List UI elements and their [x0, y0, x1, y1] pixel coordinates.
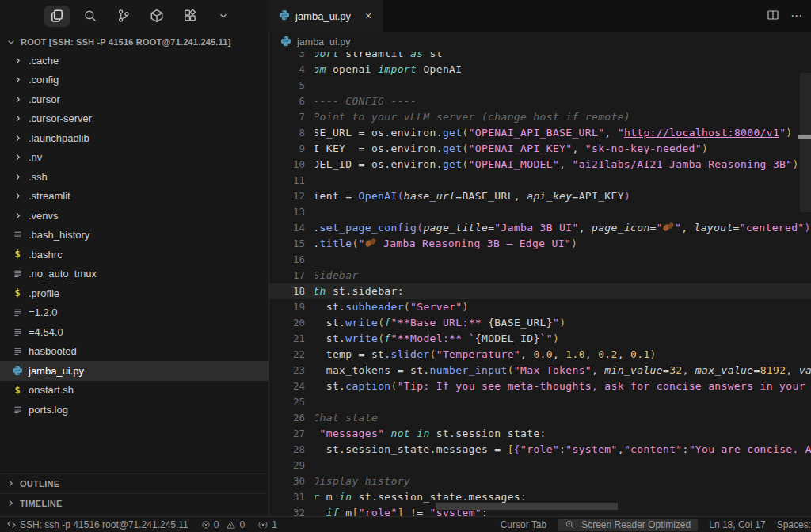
tree-item[interactable]: hasbooted — [0, 342, 268, 362]
code-area[interactable]: 3import streamlit as st4from openai impo… — [269, 46, 811, 516]
line-number: 13 — [269, 204, 305, 220]
remote-label: SSH: ssh -p 41516 root@71.241.245.11 — [20, 519, 188, 530]
tree-item[interactable]: ports.log — [0, 400, 268, 420]
zoom-in-icon — [565, 519, 575, 530]
file-tree: .cache.config.cursor.cursor-server.launc… — [0, 51, 268, 423]
warning-count: 0 — [239, 519, 245, 530]
tree-item[interactable]: .no_auto_tmux — [0, 264, 268, 284]
horizontal-scrollbar-thumb[interactable] — [436, 503, 618, 510]
tab-jamba-ui[interactable]: jamba_ui.py × — [269, 0, 384, 32]
tree-item-label: ports.log — [29, 404, 68, 416]
tree-item[interactable]: $.bashrc — [0, 245, 268, 264]
line-number: 26 — [269, 410, 305, 426]
chevron-down-icon[interactable] — [211, 6, 236, 27]
code-line: 18with st.sidebar: — [269, 283, 811, 299]
tree-item[interactable]: .streamlit — [0, 187, 268, 207]
code-line: 26# Chat state — [269, 410, 811, 426]
line-number: 18 — [269, 283, 305, 299]
tree-item-label: .bashrc — [29, 249, 63, 260]
code-line: 20 st.write(f"**Base URL:** {BASE_URL}") — [269, 315, 811, 331]
remote-indicator[interactable]: SSH: ssh -p 41516 root@71.241.245.11 — [6, 519, 188, 530]
cursor-position-status[interactable]: Ln 18, Col 17 — [709, 519, 765, 530]
tree-item-label: =4.54.0 — [29, 326, 63, 338]
close-icon[interactable]: × — [361, 9, 375, 23]
line-number: 14 — [269, 220, 305, 236]
code-line: 15st.title(" Jamba Reasoning 3B — Edge U… — [269, 236, 811, 252]
tree-item-label: .ssh — [29, 171, 48, 183]
extensions-icon[interactable] — [177, 6, 203, 27]
code-line: 11 — [269, 173, 811, 188]
code-line: 7# Point to your vLLM server (change hos… — [269, 109, 811, 125]
cursor-tab-status[interactable]: Cursor Tab — [501, 519, 546, 530]
code-line: 28 st.session_state.messages = [{"role":… — [269, 442, 811, 458]
code-line: 23 max_tokens = st.number_input("Max Tok… — [269, 363, 811, 378]
python-icon — [11, 365, 24, 376]
python-icon — [280, 36, 291, 49]
cube-icon[interactable] — [144, 6, 169, 27]
tree-item[interactable]: jamba_ui.py — [0, 361, 268, 381]
tree-item-label: .bash_history — [29, 229, 89, 241]
tree-item-label: onstart.sh — [29, 384, 74, 396]
explorer-icon[interactable] — [44, 6, 70, 27]
breadcrumb[interactable]: jamba_ui.py — [269, 32, 811, 52]
tab-label: jamba_ui.py — [295, 10, 351, 22]
tree-item-label: .config — [29, 74, 59, 86]
chevron-right-icon — [6, 479, 15, 488]
code-line: 30# Display history — [269, 473, 811, 489]
shell-icon: $ — [11, 249, 24, 260]
tree-item[interactable]: .ssh — [0, 167, 268, 187]
source-control-icon[interactable] — [111, 6, 136, 27]
code-line: 25 — [269, 394, 811, 410]
line-number: 10 — [269, 157, 305, 173]
tree-item[interactable]: =4.54.0 — [0, 322, 268, 342]
outline-panel-header[interactable]: OUTLINE — [0, 473, 268, 492]
error-count: 0 — [214, 519, 219, 530]
tree-item[interactable]: .nv — [0, 148, 268, 168]
indentation-status[interactable]: Spaces: 4 — [777, 519, 811, 530]
line-number: 5 — [269, 78, 305, 93]
screen-reader-status[interactable]: Screen Reader Optimized — [558, 519, 698, 531]
tree-item[interactable]: =1.2.0 — [0, 303, 268, 323]
problems-indicator[interactable]: 0 0 — [201, 519, 245, 530]
line-number: 9 — [269, 141, 305, 157]
code-line: 16 — [269, 252, 811, 268]
code-line: 14st.set_page_config(page_title="Jamba 3… — [269, 220, 811, 236]
line-number: 6 — [269, 93, 305, 109]
ports-count: 1 — [272, 519, 277, 530]
tree-item[interactable]: $onstart.sh — [0, 381, 268, 401]
tree-item[interactable]: .cursor-server — [0, 109, 268, 129]
tree-item[interactable]: .cursor — [0, 89, 268, 109]
tree-item[interactable]: $.profile — [0, 283, 268, 303]
bean-emoji — [365, 238, 377, 249]
code-line: 9API_KEY = os.environ.get("OPENAI_API_KE… — [269, 141, 811, 157]
more-actions-icon[interactable]: ⋯ — [790, 9, 803, 23]
chevron-right-icon — [11, 75, 24, 84]
ports-indicator[interactable]: 1 — [257, 519, 277, 530]
tree-item[interactable]: .config — [0, 70, 268, 90]
split-editor-icon[interactable] — [767, 9, 779, 24]
chevron-right-icon — [11, 173, 24, 181]
code-line: 4from openai import OpenAI — [269, 62, 811, 78]
chevron-down-icon — [6, 37, 16, 47]
error-icon — [201, 520, 211, 530]
line-number: 28 — [269, 442, 305, 458]
editor-pane[interactable]: jamba_ui.py 3import streamlit as st4from… — [269, 32, 811, 516]
chevron-right-icon — [11, 192, 24, 200]
remote-icon — [6, 519, 17, 530]
code-line: 22 temp = st.slider("Temperature", 0.0, … — [269, 347, 811, 363]
line-number: 21 — [269, 331, 305, 347]
vertical-scrollbar-thumb[interactable] — [800, 73, 811, 212]
search-icon[interactable] — [78, 6, 103, 27]
timeline-panel-header[interactable]: TIMELINE — [0, 493, 268, 512]
tree-item[interactable]: .bash_history — [0, 226, 268, 245]
sidebar: ROOT [SSH: SSH -P 41516 ROOT@71.241.245.… — [0, 32, 269, 516]
tree-item[interactable]: .cache — [0, 51, 268, 70]
line-number: 15 — [269, 236, 305, 252]
tree-item[interactable]: .venvs — [0, 206, 268, 226]
text-icon — [11, 346, 24, 356]
tree-item[interactable]: .launchpadlib — [0, 128, 268, 148]
line-number: 8 — [269, 125, 305, 141]
line-number: 30 — [269, 473, 305, 489]
tree-item-label: .streamlit — [29, 190, 70, 202]
explorer-section-header[interactable]: ROOT [SSH: SSH -P 41516 ROOT@71.241.245.… — [0, 33, 268, 51]
